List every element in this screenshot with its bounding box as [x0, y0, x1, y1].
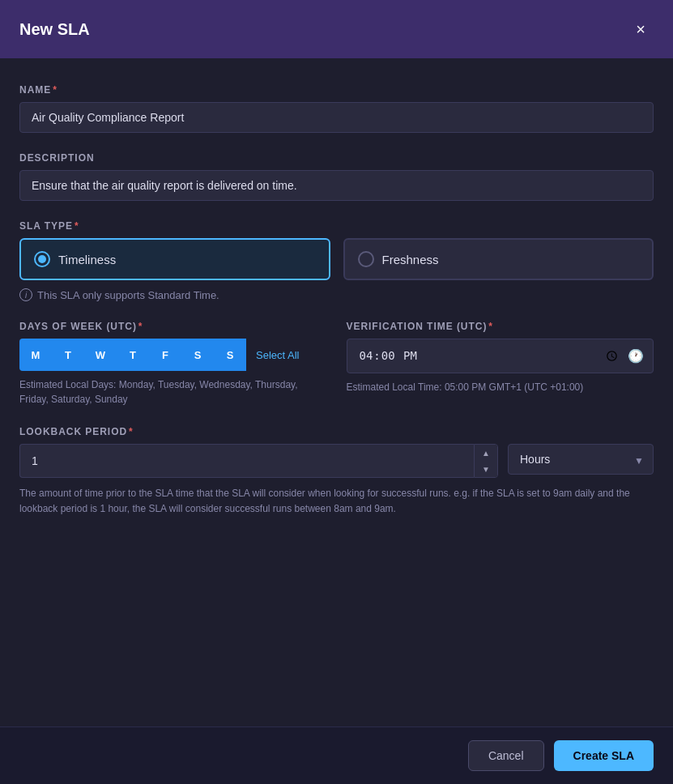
lookback-label: LOOKBACK PERIOD* [19, 426, 654, 437]
days-selector: M T W T F S S Select All [19, 339, 327, 371]
day-saturday[interactable]: S [181, 339, 214, 371]
timeliness-label: Timeliness [58, 253, 116, 266]
timeliness-radio [34, 251, 50, 267]
info-icon: i [19, 288, 32, 301]
day-monday[interactable]: M [19, 339, 52, 371]
description-group: DESCRIPTION [19, 152, 654, 201]
lookback-number-input[interactable] [19, 444, 474, 478]
time-estimated-text: Estimated Local Time: 05:00 PM GMT+1 (UT… [347, 380, 654, 394]
verification-time-col: VERIFICATION TIME (UTC)* 🕐 Estimated Loc… [347, 321, 654, 407]
description-input[interactable] [19, 170, 654, 201]
name-group: NAME* [19, 84, 654, 133]
description-label: DESCRIPTION [19, 152, 654, 164]
sla-type-options: Timeliness Freshness [19, 238, 654, 280]
modal-title: New SLA [19, 20, 90, 39]
stepper-up-button[interactable]: ▲ [475, 445, 497, 461]
sla-type-group: SLA TYPE* Timeliness Freshness i This SL… [19, 220, 654, 301]
sla-note: i This SLA only supports Standard Time. [19, 288, 654, 301]
time-input-wrap: 🕐 [347, 339, 654, 373]
name-input[interactable] [19, 102, 654, 133]
sla-option-freshness[interactable]: Freshness [343, 238, 654, 280]
days-label: DAYS OF WEEK (UTC)* [19, 321, 327, 332]
freshness-radio [358, 251, 374, 267]
verification-time-label: VERIFICATION TIME (UTC)* [347, 321, 654, 332]
lookback-help-text: The amount of time prior to the SLA time… [19, 486, 654, 517]
day-sunday[interactable]: S [214, 339, 246, 371]
sla-type-label: SLA TYPE* [19, 220, 654, 232]
modal-footer: Cancel Create SLA [0, 726, 673, 784]
modal-body: NAME* DESCRIPTION SLA TYPE* Timeliness F… [0, 58, 673, 726]
lookback-unit-wrap: Hours Days Weeks ▼ [508, 444, 654, 478]
days-estimated-text: Estimated Local Days: Monday, Tuesday, W… [19, 377, 327, 407]
day-friday[interactable]: F [149, 339, 181, 371]
lookback-number-wrap: ▲ ▼ [19, 444, 498, 478]
select-all-days-button[interactable]: Select All [256, 349, 299, 361]
verification-time-input[interactable] [347, 339, 654, 373]
modal-header: New SLA × [0, 0, 673, 58]
lookback-group: LOOKBACK PERIOD* ▲ ▼ Hours Days Weeks [19, 426, 654, 517]
day-tuesday[interactable]: T [52, 339, 84, 371]
lookback-row: ▲ ▼ Hours Days Weeks ▼ [19, 444, 654, 478]
lookback-stepper: ▲ ▼ [474, 444, 498, 478]
new-sla-modal: New SLA × NAME* DESCRIPTION SLA TYPE* Ti… [0, 0, 673, 784]
name-label: NAME* [19, 84, 654, 96]
close-button[interactable]: × [628, 16, 654, 42]
days-time-row: DAYS OF WEEK (UTC)* M T W T F S S Select… [19, 321, 654, 407]
lookback-unit-select[interactable]: Hours Days Weeks [508, 444, 654, 475]
sla-option-timeliness[interactable]: Timeliness [19, 238, 330, 280]
days-col: DAYS OF WEEK (UTC)* M T W T F S S Select… [19, 321, 327, 407]
freshness-label: Freshness [382, 253, 439, 266]
day-wednesday[interactable]: W [84, 339, 117, 371]
create-sla-button[interactable]: Create SLA [554, 740, 654, 771]
stepper-down-button[interactable]: ▼ [475, 461, 497, 477]
cancel-button[interactable]: Cancel [468, 740, 544, 771]
day-thursday[interactable]: T [117, 339, 149, 371]
